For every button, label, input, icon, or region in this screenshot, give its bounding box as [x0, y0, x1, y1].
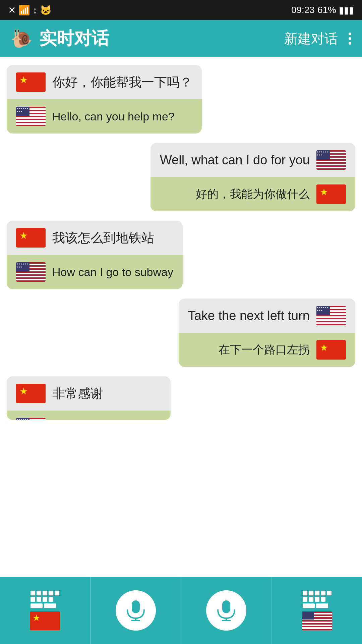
status-bar: ✕ 📶 ↕ 🐱 09:23 61% ▮▮▮: [0, 0, 362, 20]
toolbar-sections: [0, 577, 362, 644]
message-text-en-3: How can I go to subway: [52, 266, 173, 279]
message-row: 你好，你能帮我一下吗？ Hello, can you help me?: [7, 65, 355, 133]
toolbar-right-section: [272, 577, 362, 644]
message-bubble-3[interactable]: 我该怎么到地铁站 How can I go to subway: [7, 221, 183, 289]
status-left: ✕ 📶 ↕ 🐱: [8, 5, 52, 16]
mic-button-left[interactable]: [116, 590, 156, 631]
svg-rect-0: [132, 600, 140, 613]
bubble-top-2: Well, what can I do for you: [150, 143, 355, 177]
message-text-cn-1: 你好，你能帮我一下吗？: [52, 74, 192, 91]
us-flag-toolbar[interactable]: [302, 611, 332, 630]
bottom-toolbar: [0, 577, 362, 644]
message-row: Well, what can I do for you 好的，我能为你做什么: [7, 143, 355, 211]
status-icons: ✕ 📶 ↕ 🐱: [8, 5, 52, 16]
status-right: 09:23 61% ▮▮▮: [291, 5, 354, 16]
message-bubble-5[interactable]: 非常感谢 Thank you very much: [7, 376, 171, 420]
us-flag-5: [16, 418, 46, 420]
bubble-top-5: 非常感谢: [7, 376, 171, 411]
us-flag-2: [316, 150, 346, 170]
battery-display: 61%: [317, 5, 336, 15]
app-bar-actions: 新建对话: [284, 30, 351, 48]
cn-flag-1: [16, 72, 46, 92]
bubble-bottom-2: 好的，我能为你做什么: [150, 177, 355, 211]
us-flag-3: [16, 262, 46, 282]
app-title: 实时对话: [39, 27, 109, 50]
svg-rect-3: [222, 600, 230, 613]
bubble-bottom-5: Thank you very much: [7, 411, 171, 420]
us-flag-1: [16, 107, 46, 126]
message-row: 非常感谢 Thank you very much: [7, 376, 355, 420]
keyboard-icon-left: [31, 591, 59, 608]
message-text-en-2: Well, what can I do for you: [160, 153, 310, 167]
bubble-top-1: 你好，你能帮我一下吗？: [7, 65, 202, 99]
bubble-top-3: 我该怎么到地铁站: [7, 221, 183, 255]
message-text-en-1: Hello, can you help me?: [52, 110, 175, 123]
bubble-bottom-3: How can I go to subway: [7, 255, 183, 289]
message-bubble-2[interactable]: Well, what can I do for you 好的，我能为你做什么: [150, 143, 355, 211]
us-flag-4: [316, 306, 346, 325]
mic-button-right[interactable]: [206, 590, 246, 631]
toolbar-center-right: [181, 577, 272, 644]
message-text-cn-4: 在下一个路口左拐: [219, 342, 310, 358]
message-text-cn-3: 我该怎么到地铁站: [52, 229, 154, 247]
message-text-cn-2: 好的，我能为你做什么: [196, 186, 310, 202]
cn-flag-toolbar[interactable]: [30, 611, 60, 630]
keyboard-icon-right: [303, 591, 331, 608]
message-row: 我该怎么到地铁站 How can I go to subway: [7, 221, 355, 289]
bubble-top-4: Take the next left turn: [179, 299, 355, 333]
message-text-cn-5: 非常感谢: [52, 385, 103, 402]
cn-flag-5: [16, 384, 46, 403]
toolbar-left-section: [0, 577, 91, 644]
message-row: Take the next left turn 在下一个路口左拐: [7, 299, 355, 367]
cn-flag-3: [16, 228, 46, 248]
app-title-area: 🐌 实时对话: [11, 27, 284, 50]
app-bar: 🐌 实时对话 新建对话: [0, 20, 362, 57]
app-logo: 🐌: [11, 29, 33, 49]
chat-area: 你好，你能帮我一下吗？ Hello, can you help me? Well…: [0, 57, 362, 577]
menu-button[interactable]: [349, 33, 351, 45]
message-bubble-1[interactable]: 你好，你能帮我一下吗？ Hello, can you help me?: [7, 65, 202, 133]
message-bubble-4[interactable]: Take the next left turn 在下一个路口左拐: [179, 299, 355, 367]
toolbar-center-left: [91, 577, 182, 644]
time-display: 09:23: [291, 5, 315, 15]
cn-flag-4: [316, 340, 346, 360]
bubble-bottom-1: Hello, can you help me?: [7, 99, 202, 133]
message-text-en-4: Take the next left turn: [188, 309, 310, 323]
cn-flag-2: [316, 184, 346, 204]
battery-icon: ▮▮▮: [339, 5, 354, 16]
bubble-bottom-4: 在下一个路口左拐: [179, 333, 355, 367]
new-chat-button[interactable]: 新建对话: [284, 30, 338, 48]
